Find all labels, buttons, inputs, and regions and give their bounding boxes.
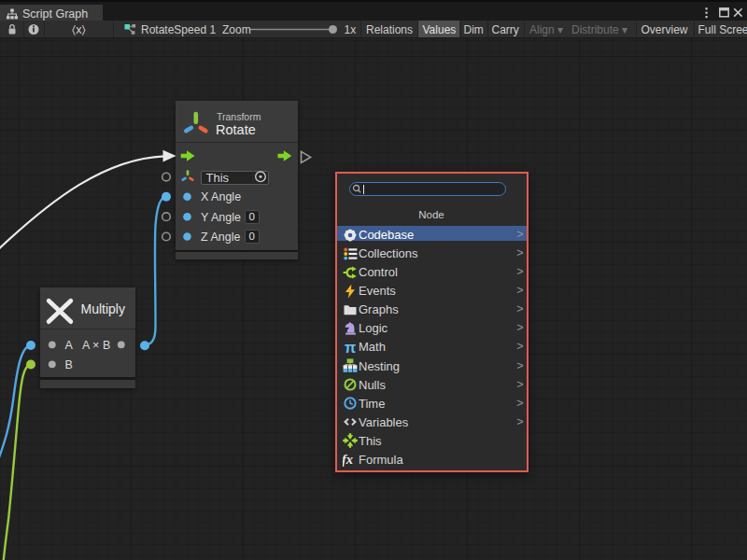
svg-text:〈x〉: 〈x〉 — [72, 23, 86, 36]
svg-text:π: π — [345, 340, 356, 355]
svg-text:fx: fx — [343, 452, 353, 467]
